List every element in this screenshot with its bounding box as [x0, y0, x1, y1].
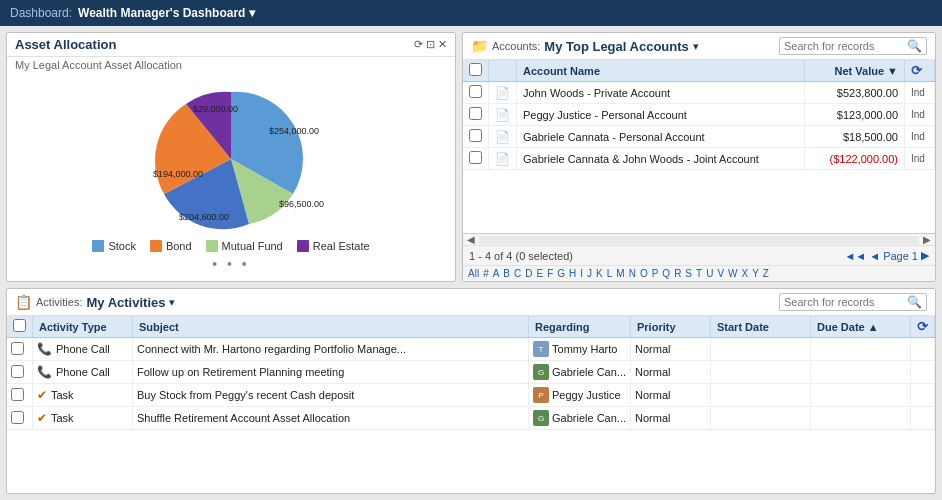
- row-check-0[interactable]: [469, 85, 482, 98]
- act-select-all[interactable]: [13, 319, 26, 332]
- accounts-table-row: 📄 Gabriele Cannata & John Woods - Joint …: [463, 148, 935, 170]
- act-th-type[interactable]: Activity Type: [33, 316, 133, 338]
- row-folder-icon: 📄: [495, 86, 510, 100]
- act-row-checkbox[interactable]: [7, 384, 33, 407]
- az-nav-n[interactable]: N: [628, 268, 637, 279]
- az-nav-p[interactable]: P: [651, 268, 660, 279]
- act-th-due[interactable]: Due Date ▲: [811, 316, 911, 338]
- az-nav-z[interactable]: Z: [762, 268, 770, 279]
- row-check-1[interactable]: [469, 107, 482, 120]
- az-nav-k[interactable]: K: [595, 268, 604, 279]
- az-nav-y[interactable]: Y: [751, 268, 760, 279]
- asset-refresh-icon[interactable]: ⟳: [414, 38, 423, 51]
- accounts-dropdown-arrow[interactable]: ▾: [693, 40, 699, 53]
- az-nav-f[interactable]: F: [546, 268, 554, 279]
- act-row-checkbox[interactable]: [7, 361, 33, 384]
- az-nav-#[interactable]: #: [482, 268, 490, 279]
- act-th-start[interactable]: Start Date: [711, 316, 811, 338]
- row-account-name[interactable]: Gabriele Cannata - Personal Account: [517, 126, 805, 148]
- th-account-name[interactable]: Account Name: [517, 60, 805, 82]
- az-nav-h[interactable]: H: [568, 268, 577, 279]
- page-next[interactable]: ▶: [921, 249, 929, 262]
- az-nav-q[interactable]: Q: [661, 268, 671, 279]
- activities-header: 📋 Activities: My Activities ▾ 🔍: [7, 289, 935, 316]
- act-row-subject[interactable]: Shuffle Retirement Account Asset Allocat…: [133, 407, 529, 430]
- scroll-right-arrow[interactable]: ▶: [919, 234, 935, 245]
- az-nav-r[interactable]: R: [673, 268, 682, 279]
- accounts-refresh-icon[interactable]: ⟳: [911, 63, 922, 78]
- az-nav-c[interactable]: C: [513, 268, 522, 279]
- az-nav-g[interactable]: G: [556, 268, 566, 279]
- activities-refresh-icon[interactable]: ⟳: [917, 319, 928, 334]
- dashboard-dropdown-arrow[interactable]: ▾: [249, 6, 255, 20]
- page-prev-prev[interactable]: ◄◄: [844, 250, 866, 262]
- activities-label: Activities:: [36, 296, 82, 308]
- az-nav-o[interactable]: O: [639, 268, 649, 279]
- scroll-left-arrow[interactable]: ◀: [463, 234, 479, 245]
- accounts-table-row: 📄 John Woods - Private Account $523,800.…: [463, 82, 935, 104]
- az-nav-s[interactable]: S: [684, 268, 693, 279]
- activities-dropdown-arrow[interactable]: ▾: [169, 296, 175, 309]
- row-check-2[interactable]: [469, 129, 482, 142]
- mutualfund-color: [206, 240, 218, 252]
- act-th-priority[interactable]: Priority: [631, 316, 711, 338]
- az-nav-b[interactable]: B: [502, 268, 511, 279]
- svg-text:$96,500.00: $96,500.00: [279, 199, 324, 209]
- activities-search-input[interactable]: [784, 296, 904, 308]
- row-account-name[interactable]: Peggy Justice - Personal Account: [517, 104, 805, 126]
- act-th-subject[interactable]: Subject: [133, 316, 529, 338]
- az-nav-l[interactable]: L: [606, 268, 614, 279]
- dashboard-title[interactable]: Wealth Manager's Dashboard ▾: [78, 6, 255, 20]
- act-row-regarding: T Tommy Harto: [529, 338, 631, 361]
- az-nav-w[interactable]: W: [727, 268, 738, 279]
- select-all-checkbox[interactable]: [469, 63, 482, 76]
- row-check-3[interactable]: [469, 151, 482, 164]
- act-row-action: [911, 338, 935, 361]
- asset-close-icon[interactable]: ✕: [438, 38, 447, 51]
- page-nav: ◄◄ ◄ Page 1 ▶: [844, 249, 929, 262]
- activities-title[interactable]: My Activities: [86, 295, 165, 310]
- act-row-checkbox[interactable]: [7, 407, 33, 430]
- accounts-title[interactable]: My Top Legal Accounts: [544, 39, 688, 54]
- act-row-subject[interactable]: Buy Stock from Peggy's recent Cash depos…: [133, 384, 529, 407]
- activities-panel: 📋 Activities: My Activities ▾ 🔍 Activity…: [6, 288, 936, 494]
- act-row-checkbox[interactable]: [7, 338, 33, 361]
- activities-search-icon[interactable]: 🔍: [907, 295, 922, 309]
- th-net-value[interactable]: Net Value ▼: [805, 60, 905, 82]
- legend-realestate: Real Estate: [297, 240, 370, 252]
- accounts-title-group: 📁 Accounts: My Top Legal Accounts ▾: [471, 38, 699, 54]
- legend-bond: Bond: [150, 240, 192, 252]
- accounts-search-input[interactable]: [784, 40, 904, 52]
- accounts-search-icon[interactable]: 🔍: [907, 39, 922, 53]
- az-nav-all[interactable]: All: [467, 268, 480, 279]
- act-th-regarding[interactable]: Regarding: [529, 316, 631, 338]
- chart-area: $254,000.00 $96,500.00 $204,600.00 $194,…: [7, 73, 455, 281]
- az-nav-m[interactable]: M: [615, 268, 625, 279]
- page-prev[interactable]: ◄: [869, 250, 880, 262]
- row-account-name[interactable]: John Woods - Private Account: [517, 82, 805, 104]
- row-checkbox[interactable]: [463, 82, 489, 104]
- az-nav-e[interactable]: E: [536, 268, 545, 279]
- row-checkbox[interactable]: [463, 104, 489, 126]
- az-nav-v[interactable]: V: [716, 268, 725, 279]
- az-nav-i[interactable]: I: [579, 268, 584, 279]
- az-nav-j[interactable]: J: [586, 268, 593, 279]
- act-row-due: [811, 338, 911, 361]
- act-row-subject[interactable]: Connect with Mr. Hartono regarding Portf…: [133, 338, 529, 361]
- az-nav-a[interactable]: A: [492, 268, 501, 279]
- az-nav-x[interactable]: X: [741, 268, 750, 279]
- asset-expand-icon[interactable]: ⊡: [426, 38, 435, 51]
- avatar-1: G: [533, 364, 549, 380]
- activities-search-box: 🔍: [779, 293, 927, 311]
- act-row-priority: Normal: [631, 338, 711, 361]
- row-icon: 📄: [489, 148, 517, 170]
- az-nav-d[interactable]: D: [524, 268, 533, 279]
- row-checkbox[interactable]: [463, 148, 489, 170]
- row-account-name[interactable]: Gabriele Cannata & John Woods - Joint Ac…: [517, 148, 805, 170]
- act-row-subject[interactable]: Follow up on Retirement Planning meeting: [133, 361, 529, 384]
- row-checkbox[interactable]: [463, 126, 489, 148]
- az-nav-t[interactable]: T: [695, 268, 703, 279]
- az-nav-u[interactable]: U: [705, 268, 714, 279]
- dashboard-title-text: Wealth Manager's Dashboard: [78, 6, 245, 20]
- avatar-3: G: [533, 410, 549, 426]
